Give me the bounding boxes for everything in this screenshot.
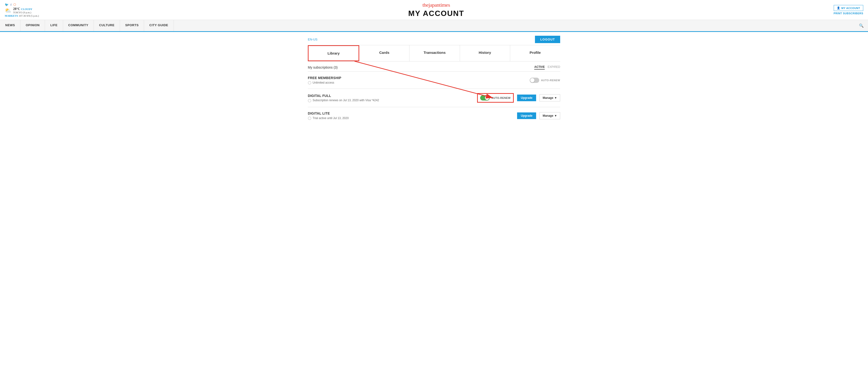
sub-detail-digital-lite: ◯ Trial active until Jul 13, 2020 — [308, 116, 517, 120]
clock-icon-free: ◯ — [308, 81, 311, 84]
subscription-free-membership: FREE MEMBERSHIP ◯ Unlimited access AUTO-… — [308, 71, 560, 89]
nav-news[interactable]: NEWS — [0, 20, 21, 31]
my-account-button[interactable]: 👤 MY ACCOUNT — [834, 5, 863, 11]
nav-sports[interactable]: SPORTS — [120, 20, 144, 31]
auto-renew-label-digital-full: AUTO-RENEW — [491, 96, 511, 99]
filter-buttons: ACTIVE EXPIRED — [534, 65, 560, 69]
twitter-icon[interactable]: 🐦 — [5, 3, 8, 7]
upgrade-button-digital-lite[interactable]: Upgrade — [517, 112, 536, 119]
chevron-down-icon-lite: ▼ — [554, 114, 557, 117]
logo-times: times — [439, 2, 450, 8]
subscription-digital-lite: DIGITAL LITE ◯ Trial active until Jul 13… — [308, 107, 560, 124]
search-icon[interactable]: 🔍 — [855, 20, 868, 31]
sub-info-digital-lite: DIGITAL LITE ◯ Trial active until Jul 13… — [308, 112, 517, 120]
filter-expired[interactable]: EXPIRED — [548, 65, 560, 69]
sub-info-digital-full: DIGITAL FULL ◯ Subscription renews on Ju… — [308, 94, 477, 102]
sub-actions-digital-full: AUTO-RENEW Upgrade Manage ▼ — [477, 93, 560, 103]
toggle-knob-digital-full — [485, 96, 489, 100]
weather-temp: 28°C CLOUDY — [13, 7, 32, 11]
page-title: MY ACCOUNT — [408, 9, 464, 18]
auto-renew-toggle-free[interactable] — [530, 78, 539, 83]
nav-city-guide[interactable]: CITY GUIDE — [144, 20, 174, 31]
auto-renew-highlight: AUTO-RENEW — [477, 93, 514, 103]
sub-name-free: FREE MEMBERSHIP — [308, 76, 530, 80]
social-icons: 🐦 f ⎔ — [5, 3, 39, 7]
manage-button-digital-full[interactable]: Manage ▼ — [539, 94, 560, 102]
clock-icon-digital-full: ◯ — [308, 98, 311, 102]
sub-actions-digital-lite: Upgrade Manage ▼ — [517, 112, 560, 119]
markets-value: 107.36 ¥/$ (5 p.m.) — [19, 14, 39, 17]
sub-name-digital-lite: DIGITAL LITE — [308, 112, 517, 115]
logo[interactable]: thejapantimes — [422, 2, 450, 8]
top-bar-center: thejapantimes MY ACCOUNT — [408, 2, 464, 18]
upgrade-button-digital-full[interactable]: Upgrade — [517, 94, 536, 101]
tab-profile[interactable]: Profile — [510, 45, 560, 61]
rss-icon[interactable]: ⎔ — [13, 3, 16, 7]
subscriptions-title: My subscriptions (3) — [308, 65, 338, 69]
tabs-row: Library Cards Transactions History Profi… — [308, 45, 560, 61]
weather-row: ⛅ 28°C CLOUDY TOKYO (9 p.m.) — [5, 7, 39, 14]
logo-japan: japan — [429, 2, 439, 8]
tab-library[interactable]: Library — [308, 45, 359, 61]
top-bar-left: 🐦 f ⎔ ⛅ 28°C CLOUDY TOKYO (9 p.m.) MARKE… — [5, 3, 39, 17]
auto-renew-label-free: AUTO-RENEW — [541, 79, 560, 82]
nav-life[interactable]: LIFE — [45, 20, 63, 31]
filter-active[interactable]: ACTIVE — [534, 65, 545, 69]
print-subscribers-link[interactable]: PRINT SUBSCRIBERS — [834, 12, 863, 15]
weather-text: 28°C CLOUDY TOKYO (9 p.m.) — [13, 7, 32, 14]
auto-renew-toggle-digital-full[interactable] — [480, 95, 490, 100]
nav-culture[interactable]: CULTURE — [94, 20, 120, 31]
tab-transactions[interactable]: Transactions — [409, 45, 460, 61]
sub-actions-free: AUTO-RENEW — [530, 78, 560, 83]
toggle-wrapper-free: AUTO-RENEW — [530, 78, 560, 83]
main-nav: NEWS OPINION LIFE COMMUNITY CULTURE SPOR… — [0, 20, 868, 32]
content-area: EN-US LOGOUT Library Cards Transactions … — [303, 32, 565, 124]
toggle-knob-free — [530, 78, 534, 82]
tab-cards[interactable]: Cards — [359, 45, 409, 61]
logout-button[interactable]: LOGOUT — [535, 36, 560, 43]
clock-icon-digital-lite: ◯ — [308, 116, 311, 120]
markets-row: MARKETS 107.36 ¥/$ (5 p.m.) — [5, 14, 39, 17]
nav-opinion[interactable]: OPINION — [21, 20, 45, 31]
tab-history[interactable]: History — [460, 45, 510, 61]
sub-detail-digital-full: ◯ Subscription renews on Jul 13, 2020 wi… — [308, 98, 477, 102]
nav-community[interactable]: COMMUNITY — [63, 20, 94, 31]
chevron-down-icon: ▼ — [554, 96, 557, 99]
account-icon: 👤 — [837, 6, 840, 9]
manage-button-digital-lite[interactable]: Manage ▼ — [539, 112, 560, 119]
sub-info-free: FREE MEMBERSHIP ◯ Unlimited access — [308, 76, 530, 84]
account-header: EN-US LOGOUT — [308, 32, 560, 45]
markets-label: MARKETS — [5, 14, 18, 17]
subscription-digital-full: DIGITAL FULL ◯ Subscription renews on Ju… — [308, 89, 560, 107]
facebook-icon[interactable]: f — [10, 3, 11, 7]
sub-name-digital-full: DIGITAL FULL — [308, 94, 477, 98]
subscriptions-header: My subscriptions (3) ACTIVE EXPIRED — [308, 61, 560, 71]
top-bar: 🐦 f ⎔ ⛅ 28°C CLOUDY TOKYO (9 p.m.) MARKE… — [0, 0, 868, 20]
top-bar-right: 👤 MY ACCOUNT PRINT SUBSCRIBERS — [834, 5, 863, 15]
sub-detail-free: ◯ Unlimited access — [308, 81, 530, 84]
weather-icon: ⛅ — [5, 7, 11, 13]
locale-selector[interactable]: EN-US — [308, 38, 317, 41]
weather-city: TOKYO (9 p.m.) — [13, 11, 32, 14]
logo-the: the — [422, 2, 428, 8]
